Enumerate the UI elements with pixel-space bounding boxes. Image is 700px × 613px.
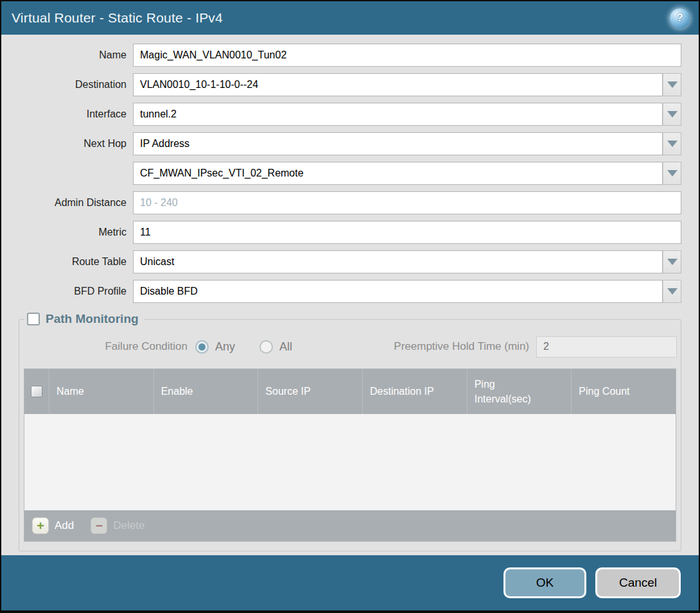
ok-button[interactable]: OK xyxy=(503,567,586,598)
table-body-empty xyxy=(24,414,676,510)
table-header-enable: Enable xyxy=(153,369,258,414)
failure-condition-row: Failure Condition Any All Preemptive Hol… xyxy=(23,335,677,358)
delete-button-label: Delete xyxy=(113,519,144,532)
next-hop-type-input[interactable] xyxy=(133,132,663,155)
help-icon[interactable]: ? xyxy=(670,8,690,28)
bfd-profile-dropdown-button[interactable] xyxy=(663,280,681,303)
preemptive-hold-time-group: Preemptive Hold Time (min) xyxy=(394,336,677,358)
metric-label: Metric xyxy=(19,227,133,238)
static-route-dialog: Virtual Router - Static Route - IPv4 ? N… xyxy=(0,0,700,613)
delete-button[interactable]: − Delete xyxy=(91,517,144,534)
question-mark-glyph: ? xyxy=(676,12,683,24)
admin-distance-label: Admin Distance xyxy=(19,197,133,209)
table-header-ping-interval: Ping Interval(sec) xyxy=(467,369,572,414)
destination-row: Destination xyxy=(19,73,681,96)
table-header-source-ip: Source IP xyxy=(258,369,362,414)
route-table-dropdown-button[interactable] xyxy=(663,250,681,273)
dialog-title: Virtual Router - Static Route - IPv4 xyxy=(12,10,223,26)
chevron-down-icon xyxy=(667,111,678,117)
bfd-profile-label: BFD Profile xyxy=(19,286,133,297)
name-row: Name xyxy=(19,44,681,67)
table-header-row: Name Enable Source IP Destination IP Pin… xyxy=(24,369,676,414)
interface-label: Interface xyxy=(19,108,133,120)
route-table-label: Route Table xyxy=(19,256,133,268)
admin-distance-row: Admin Distance xyxy=(19,191,681,214)
name-label: Name xyxy=(19,49,133,61)
minus-icon: − xyxy=(91,517,107,534)
add-button[interactable]: + Add xyxy=(32,517,74,534)
interface-input[interactable] xyxy=(133,103,663,126)
failure-condition-all-label: All xyxy=(279,340,292,354)
plus-icon: + xyxy=(32,517,49,534)
failure-condition-any-radio[interactable] xyxy=(195,340,209,354)
metric-input[interactable] xyxy=(133,221,681,244)
destination-dropdown-button[interactable] xyxy=(663,73,681,96)
next-hop-address-input[interactable] xyxy=(133,162,663,185)
next-hop-row: Next Hop xyxy=(19,132,681,155)
cancel-button[interactable]: Cancel xyxy=(595,567,681,598)
route-table-row: Route Table xyxy=(19,250,681,273)
table-toolbar: + Add − Delete xyxy=(24,510,676,541)
dialog-body: Name Destination Interface Next Hop xyxy=(1,35,699,555)
next-hop-address-dropdown-button[interactable] xyxy=(663,162,681,185)
table-header-destination-ip: Destination IP xyxy=(362,369,467,414)
failure-condition-any-label: Any xyxy=(215,340,235,354)
chevron-down-icon xyxy=(667,82,678,88)
preemptive-hold-time-input[interactable] xyxy=(536,336,677,358)
dialog-titlebar: Virtual Router - Static Route - IPv4 ? xyxy=(1,1,699,35)
bfd-profile-input[interactable] xyxy=(133,280,663,303)
chevron-down-icon xyxy=(667,288,678,295)
failure-condition-radio-group: Any All xyxy=(195,340,310,354)
path-monitoring-legend: Path Monitoring xyxy=(24,312,144,326)
failure-condition-label: Failure Condition xyxy=(23,340,195,353)
chevron-down-icon xyxy=(667,141,678,147)
dialog-footer: OK Cancel xyxy=(1,555,699,610)
add-button-label: Add xyxy=(55,519,74,532)
name-input[interactable] xyxy=(133,44,681,67)
admin-distance-input[interactable] xyxy=(133,191,681,214)
destination-input[interactable] xyxy=(133,73,663,96)
table-header-ping-count: Ping Count xyxy=(571,369,676,414)
metric-row: Metric xyxy=(19,221,681,244)
destination-label: Destination xyxy=(19,79,133,91)
path-monitoring-table: Name Enable Source IP Destination IP Pin… xyxy=(24,368,676,542)
route-table-input[interactable] xyxy=(133,250,663,273)
select-all-checkbox[interactable] xyxy=(31,386,42,397)
chevron-down-icon xyxy=(667,259,678,265)
chevron-down-icon xyxy=(667,170,678,177)
next-hop-dropdown-button[interactable] xyxy=(663,132,681,155)
interface-dropdown-button[interactable] xyxy=(663,103,681,126)
path-monitoring-checkbox[interactable] xyxy=(27,313,40,325)
table-header-checkbox-cell xyxy=(24,369,49,414)
table-header-name: Name xyxy=(49,369,153,414)
failure-condition-all-radio[interactable] xyxy=(259,340,273,354)
preemptive-hold-time-label: Preemptive Hold Time (min) xyxy=(394,340,536,353)
next-hop-address-row xyxy=(19,162,681,185)
path-monitoring-section: Path Monitoring Failure Condition Any Al… xyxy=(19,312,681,551)
interface-row: Interface xyxy=(19,103,681,126)
path-monitoring-title: Path Monitoring xyxy=(46,312,139,326)
next-hop-label: Next Hop xyxy=(19,138,133,150)
bfd-profile-row: BFD Profile xyxy=(19,280,681,303)
